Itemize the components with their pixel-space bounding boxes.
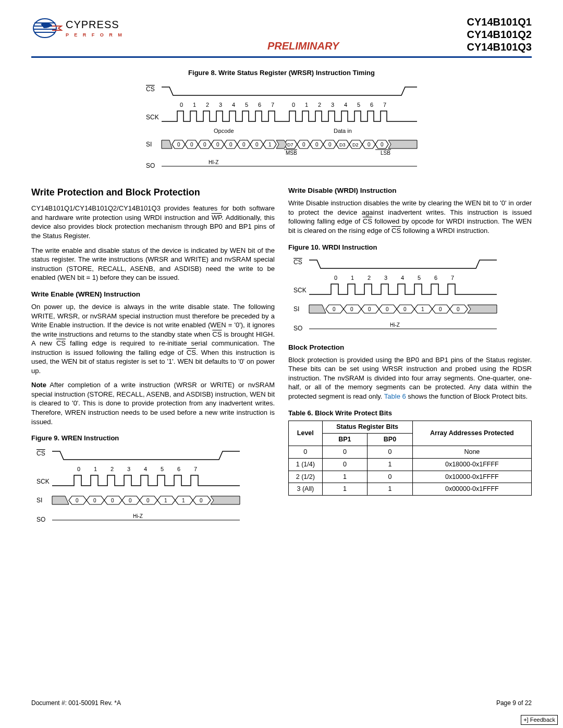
wren-para2: Note After completion of a write instruc…: [31, 380, 275, 426]
table6: Level Status Register Bits Array Address…: [288, 421, 532, 496]
svg-text:HI-Z: HI-Z: [209, 159, 218, 165]
part-2: CY14B101Q2: [467, 28, 532, 41]
svg-text:4: 4: [144, 466, 147, 472]
svg-text:2: 2: [318, 102, 321, 108]
svg-text:0: 0: [177, 142, 180, 147]
svg-text:SO: SO: [36, 516, 45, 523]
table-row: 000None: [289, 446, 532, 458]
svg-text:6: 6: [434, 275, 437, 281]
svg-text:0: 0: [333, 306, 336, 312]
doc-number: Document #: 001-50091 Rev. *A: [31, 699, 121, 707]
svg-text:0: 0: [93, 498, 96, 503]
svg-text:1: 1: [268, 142, 272, 147]
svg-text:4: 4: [401, 275, 404, 281]
page-footer: Document #: 001-50091 Rev. *A Page 9 of …: [31, 699, 532, 707]
svg-text:5: 5: [418, 275, 421, 281]
svg-text:7: 7: [451, 275, 454, 281]
svg-text:Hi-Z: Hi-Z: [390, 322, 400, 328]
svg-text:Data in: Data in: [334, 128, 352, 134]
svg-text:SI: SI: [36, 497, 42, 504]
svg-text:0: 0: [328, 142, 332, 147]
svg-text:4: 4: [344, 102, 347, 108]
svg-text:Opcode: Opcode: [214, 128, 234, 134]
table-row: 1 (1/4)010x18000-0x1FFFF: [289, 458, 532, 471]
svg-text:1: 1: [421, 306, 424, 312]
wren-para1: On power up, the device is always in the…: [31, 302, 275, 375]
svg-text:3: 3: [384, 275, 387, 281]
svg-text:3: 3: [127, 466, 130, 472]
svg-text:4: 4: [232, 102, 235, 108]
svg-text:0: 0: [368, 306, 371, 312]
svg-text:SCK: SCK: [293, 287, 307, 294]
svg-text:6: 6: [177, 466, 180, 472]
preliminary-label: PRELIMINARY: [267, 40, 339, 52]
svg-text:0: 0: [381, 142, 384, 147]
part-numbers: CY14B101Q1 CY14B101Q2 CY14B101Q3: [467, 16, 532, 53]
svg-text:1: 1: [182, 498, 185, 503]
svg-text:CS: CS: [293, 258, 302, 266]
svg-text:0: 0: [180, 102, 183, 108]
figure9-caption: Figure 9. WREN Instruction: [31, 434, 275, 443]
page-number: Page 9 of 22: [496, 699, 532, 707]
right-column: Write Disable (WRDI) Instruction Write D…: [288, 184, 532, 526]
svg-text:1: 1: [94, 466, 97, 472]
svg-text:0: 0: [386, 306, 389, 312]
svg-text:0: 0: [334, 275, 337, 281]
svg-text:7: 7: [383, 102, 386, 108]
table-row: 2 (1/2)100x10000-0x1FFFF: [289, 471, 532, 483]
figure10-caption: Figure 10. WRDI Instruction: [288, 243, 532, 252]
svg-text:0: 0: [368, 142, 371, 147]
svg-text:3: 3: [331, 102, 334, 108]
svg-text:0: 0: [242, 142, 246, 147]
figure8-diagram: CS 0123 4567 0123 4567 SCK Opcode Data i…: [31, 82, 532, 178]
table6-link[interactable]: Table 6: [384, 392, 406, 400]
svg-text:1: 1: [351, 275, 354, 281]
svg-text:6: 6: [258, 102, 261, 108]
svg-text:1: 1: [305, 102, 308, 108]
svg-point-0: [33, 19, 56, 38]
svg-text:0: 0: [111, 498, 114, 503]
svg-text:2: 2: [206, 102, 209, 108]
part-3: CY14B101Q3: [467, 41, 532, 53]
svg-text:0: 0: [77, 466, 80, 472]
bp-para: Block protection is provided using the B…: [288, 355, 532, 401]
svg-text:2: 2: [111, 466, 114, 472]
svg-text:SCK: SCK: [36, 478, 50, 485]
wp-para2: The write enable and disable status of t…: [31, 246, 275, 282]
wrdi-para: Write Disable instruction disables the w…: [288, 199, 532, 235]
svg-text:D3: D3: [339, 142, 346, 147]
svg-text:7: 7: [271, 102, 274, 108]
svg-text:D2: D2: [352, 142, 359, 147]
svg-text:Hi-Z: Hi-Z: [133, 513, 143, 519]
figure9-diagram: CS 01234567 SCK SI 0 0 0 0 0 1 1 0: [31, 446, 250, 524]
svg-text:0: 0: [200, 498, 203, 503]
svg-text:0: 0: [146, 498, 150, 503]
svg-text:0: 0: [255, 142, 259, 147]
svg-text:CS: CS: [36, 450, 45, 457]
svg-text:7: 7: [194, 466, 197, 472]
table6-caption: Table 6. Block Write Protect Bits: [288, 409, 532, 418]
svg-text:D7: D7: [287, 142, 293, 147]
table-row: 3 (All)110x00000-0x1FFFF: [289, 483, 532, 496]
figure10-diagram: CS 01234567 SCK SI 0 0 0 0 0 1 0 0: [288, 255, 507, 333]
svg-text:SO: SO: [293, 325, 302, 332]
svg-text:0: 0: [190, 142, 193, 147]
feedback-button[interactable]: +] Feedback: [521, 715, 558, 725]
svg-text:0: 0: [229, 142, 232, 147]
cypress-logo-icon: [31, 16, 63, 41]
svg-text:LSB: LSB: [381, 150, 390, 156]
svg-text:5: 5: [357, 102, 360, 108]
svg-text:MSB: MSB: [286, 150, 297, 156]
fig8-si-label: SI: [146, 141, 152, 148]
svg-text:0: 0: [203, 142, 206, 147]
svg-text:SI: SI: [293, 305, 299, 313]
fig8-ticks: 0123 4567 0123 4567: [180, 102, 386, 108]
section-write-protection: Write Protection and Block Protection: [31, 186, 275, 199]
wrdi-heading: Write Disable (WRDI) Instruction: [288, 186, 532, 195]
svg-text:0: 0: [129, 498, 132, 503]
brand-tagline: P E R F O R M: [66, 32, 124, 38]
svg-text:0: 0: [302, 142, 305, 147]
svg-text:3: 3: [219, 102, 222, 108]
svg-text:2: 2: [368, 275, 371, 281]
wren-heading: Write Enable (WREN) Instruction: [31, 290, 275, 299]
